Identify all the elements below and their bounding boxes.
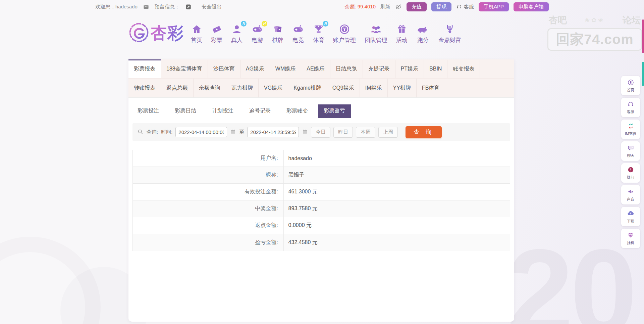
background-numeral: 20 [506, 222, 634, 324]
tab-shaba-sports[interactable]: 沙巴体育 [208, 59, 240, 78]
tab-cq9[interactable]: CQ9娱乐 [327, 79, 360, 97]
nav-item-sports[interactable]: N 体育 [313, 23, 324, 44]
tab-yy-cards[interactable]: YY棋牌 [388, 79, 417, 97]
people-group-icon [370, 23, 382, 35]
scrollbar-thumb-pink[interactable] [642, 19, 644, 53]
table-row: 中奖金额: 893.7580 元 [133, 200, 510, 217]
forum-watermark: 杏吧 ❀✿❀ 论坛 回家74.com [547, 14, 642, 51]
trophy-icon: N [313, 23, 324, 35]
row-value: 461.3000 元 [284, 184, 510, 200]
tab-balance-query[interactable]: 余额查询 [194, 79, 226, 97]
nav-label: 首页 [191, 36, 202, 44]
lyre-icon [444, 23, 455, 35]
headset-icon [456, 4, 462, 10]
tab-wali-cards[interactable]: 瓦力棋牌 [226, 79, 259, 97]
logo-emblem-icon [128, 22, 149, 44]
quick-thisweek-button[interactable]: 本周 [356, 127, 375, 138]
tab-wm[interactable]: WM娱乐 [270, 59, 301, 78]
scrollbar-thumb-teal[interactable] [642, 62, 644, 86]
site-logo[interactable]: 杏彩 [128, 22, 184, 44]
sidebar-item-autoplay[interactable]: 挂机 [621, 229, 640, 248]
sidebar-item-sound[interactable]: 声音 [621, 185, 640, 204]
tab-daily-summary[interactable]: 日结总览 [330, 59, 363, 78]
subtab-lottery-profit-loss[interactable]: 彩票盈亏 [318, 104, 351, 118]
subtab-lottery-bets[interactable]: 彩票投注 [132, 104, 165, 118]
diamond-icon [627, 232, 634, 239]
withdraw-button[interactable]: 提现 [431, 2, 451, 11]
subtab-lottery-account-change[interactable]: 彩票账变 [281, 104, 314, 118]
pc-client-button[interactable]: 电脑客户端 [514, 2, 549, 11]
quick-yesterday-button[interactable]: 昨日 [333, 127, 353, 138]
subtab-lottery-daily[interactable]: 彩票日结 [169, 104, 202, 118]
quick-today-button[interactable]: 今日 [311, 127, 330, 138]
sidebar-item-label: IM充值 [625, 131, 636, 136]
subtab-chase-records[interactable]: 追号记录 [244, 104, 276, 118]
recharge-button[interactable]: 充值 [407, 2, 427, 11]
nav-item-paofen[interactable]: 跑分 [416, 23, 430, 44]
logo-text: 杏彩 [151, 22, 184, 44]
home-icon [191, 23, 202, 35]
tab-ag[interactable]: AG娱乐 [240, 59, 270, 78]
nav-item-lottery[interactable]: 彩票 [211, 23, 222, 44]
tab-188-sports[interactable]: 188金宝博体育 [161, 59, 208, 78]
site-header: 杏彩 首页 彩票 N 真人 H 电游 [128, 13, 461, 53]
tab-account-change-report[interactable]: 账变报表 [447, 59, 480, 78]
query-submit-button[interactable]: 查 询 [406, 126, 442, 138]
tab-lottery-report[interactable]: 彩票报表 [128, 59, 161, 78]
table-row: 盈亏金额: 432.4580 元 [133, 234, 510, 251]
sidebar-item-service[interactable]: 客服 [621, 98, 640, 117]
gamepad-icon [292, 23, 304, 35]
customer-service-label: 客服 [464, 4, 474, 10]
nav-label: 真人 [231, 36, 243, 44]
customer-service-link[interactable]: 客服 [456, 4, 474, 10]
nav-item-live[interactable]: N 真人 [231, 23, 243, 44]
new-badge: N [323, 21, 328, 27]
sidebar-item-question[interactable]: 疑问 [621, 163, 640, 183]
calendar-icon[interactable] [302, 129, 308, 136]
sidebar-item-home[interactable]: 首页 [621, 76, 640, 95]
nav-item-egames[interactable]: H 电游 [251, 23, 263, 44]
nav-label: 金鼎财富 [438, 36, 461, 44]
date-from-input[interactable] [175, 127, 227, 137]
welcome-text: 欢迎您，hadesado [95, 4, 138, 10]
row-value: hadesado [284, 150, 510, 167]
sidebar-item-download[interactable]: 下载 [621, 207, 640, 226]
quick-lastweek-button[interactable]: 上周 [378, 127, 398, 138]
tab-transfer-report[interactable]: 转账报表 [128, 79, 161, 97]
tab-vg[interactable]: VG娱乐 [259, 79, 288, 97]
gamepad-icon: H [251, 23, 263, 35]
sidebar-item-im-recharge[interactable]: IM充值 [621, 120, 640, 139]
watermark-right-text: 论坛 [623, 14, 641, 26]
subtab-plan-bets[interactable]: 计划投注 [206, 104, 239, 118]
nav-item-cards[interactable]: 棋牌 [272, 23, 283, 44]
new-badge: N [241, 21, 247, 27]
nav-label: 彩票 [211, 36, 222, 44]
nav-item-esports[interactable]: 电竞 [292, 23, 304, 44]
tab-kgame[interactable]: Kgame棋牌 [288, 79, 327, 97]
row-value: 黑蝎子 [284, 167, 510, 183]
nav-item-home[interactable]: 首页 [191, 23, 202, 44]
envelope-icon[interactable] [143, 4, 149, 10]
tab-bbin[interactable]: BBIN [424, 59, 447, 78]
eye-off-icon[interactable] [395, 3, 402, 10]
calendar-icon[interactable] [230, 129, 236, 136]
nav-item-team[interactable]: 团队管理 [365, 23, 387, 44]
mobile-app-button[interactable]: 手机APP [479, 2, 509, 11]
edit-pencil-icon[interactable] [185, 4, 192, 10]
nav-item-account[interactable]: 账户管理 [333, 23, 356, 44]
tab-im[interactable]: IM娱乐 [360, 79, 388, 97]
row-value: 893.7580 元 [284, 200, 510, 217]
sidebar-item-chat[interactable]: 聊天 [621, 141, 640, 161]
tab-deposit-withdraw-records[interactable]: 充提记录 [363, 59, 395, 78]
nav-item-jinding-wealth[interactable]: 金鼎财富 [438, 23, 461, 44]
date-to-input[interactable] [247, 127, 299, 137]
rhino-icon [416, 23, 430, 35]
tab-fb-sports[interactable]: FB体育 [417, 79, 445, 97]
safe-logout-link[interactable]: 安全退出 [202, 4, 222, 10]
table-row: 返点金额: 0.0000 元 [133, 217, 510, 234]
nav-item-promotions[interactable]: 活动 [396, 23, 408, 44]
tab-rebate-total[interactable]: 返点总额 [161, 79, 194, 97]
tab-ae[interactable]: AE娱乐 [301, 59, 330, 78]
refresh-link[interactable]: 刷新 [380, 4, 390, 10]
tab-pt[interactable]: PT娱乐 [395, 59, 424, 78]
